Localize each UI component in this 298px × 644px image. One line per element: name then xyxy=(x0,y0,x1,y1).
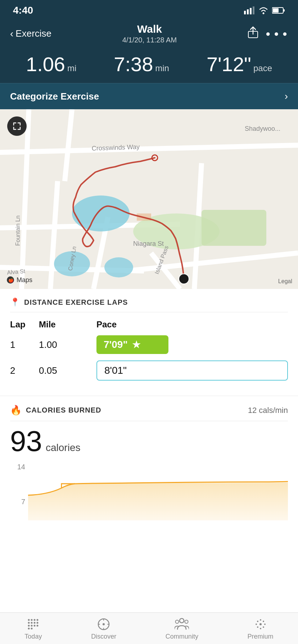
categorize-banner[interactable]: Categorize Exercise › xyxy=(0,83,298,109)
workout-date: 4/1/20, 11:28 AM xyxy=(122,36,177,44)
chart-y-labels: 14 7 xyxy=(10,463,28,506)
premium-icon xyxy=(254,618,267,631)
lap-row-2: 2 0.05 8'01" xyxy=(10,360,288,381)
svg-point-61 xyxy=(257,621,258,622)
laps-section-title: DISTANCE EXERCISE LAPS xyxy=(24,298,128,307)
svg-point-24 xyxy=(104,257,133,277)
bottom-spacer xyxy=(0,520,298,564)
svg-point-60 xyxy=(260,628,261,629)
chart-label-high: 14 xyxy=(17,463,25,471)
flame-icon: 🔥 xyxy=(10,405,22,416)
calories-section: 🔥 CALORIES BURNED 12 cals/min 93 calorie… xyxy=(0,396,298,520)
svg-point-58 xyxy=(264,624,266,625)
lap-column-header: Lap xyxy=(10,319,39,330)
svg-rect-21 xyxy=(202,210,266,246)
maps-logo: 🍎 Maps xyxy=(6,276,32,284)
community-label: Community xyxy=(166,633,198,640)
calories-section-title: CALORIES BURNED xyxy=(26,406,101,414)
svg-point-44 xyxy=(37,622,39,624)
svg-rect-3 xyxy=(253,6,254,14)
nav-today[interactable]: Today xyxy=(24,618,42,640)
map-expand-button[interactable] xyxy=(7,116,27,136)
best-pace-badge: 7'09" ★ xyxy=(96,335,168,354)
lap-number-2: 2 xyxy=(10,365,39,376)
calories-count: 93 xyxy=(10,427,42,456)
maps-label: Maps xyxy=(17,276,32,284)
svg-rect-2 xyxy=(250,8,252,14)
pace-unit: pace xyxy=(253,63,272,73)
laps-section: 📍 DISTANCE EXERCISE LAPS Lap Mile Pace 1… xyxy=(0,289,298,396)
pace-value: 7'12" xyxy=(207,53,251,75)
nav-actions: ● ● ● xyxy=(248,26,288,41)
lap-pace-1: 7'09" ★ xyxy=(96,335,288,354)
svg-point-45 xyxy=(28,625,30,627)
community-icon xyxy=(175,618,189,631)
best-pace-value: 7'09" xyxy=(104,339,128,350)
svg-text:Shadywoo...: Shadywoo... xyxy=(245,125,280,132)
stats-row: 1.06mi 7:38min 7'12"pace xyxy=(0,51,298,83)
status-time: 4:40 xyxy=(13,5,33,16)
svg-point-4 xyxy=(263,13,265,14)
calories-header: 🔥 CALORIES BURNED 12 cals/min xyxy=(10,405,288,421)
lap-number-1: 1 xyxy=(10,339,39,350)
discover-icon xyxy=(97,618,110,631)
share-button[interactable] xyxy=(248,26,258,41)
svg-point-40 xyxy=(34,619,36,621)
today-icon xyxy=(27,618,40,631)
duration-value: 7:38 xyxy=(114,53,153,75)
duration-stat: 7:38min xyxy=(114,54,169,74)
chart-label-low: 7 xyxy=(21,498,25,506)
battery-icon xyxy=(272,7,285,14)
laps-section-header: 📍 DISTANCE EXERCISE LAPS xyxy=(10,298,288,312)
pace-stat: 7'12"pace xyxy=(207,54,272,74)
svg-point-55 xyxy=(176,620,179,624)
lap-mile-2: 0.05 xyxy=(39,365,96,376)
svg-point-43 xyxy=(34,622,36,624)
laps-table-header: Lap Mile Pace xyxy=(10,319,288,330)
map-container[interactable]: Crosswinds Way Fountain Ln Alva St Coney… xyxy=(0,109,298,289)
svg-point-50 xyxy=(31,628,33,630)
svg-point-46 xyxy=(31,625,33,627)
normal-pace-value: 8'01" xyxy=(96,360,288,381)
categorize-label: Categorize Exercise xyxy=(10,91,99,102)
nav-title-block: Walk 4/1/20, 11:28 AM xyxy=(122,23,177,44)
more-options-button[interactable]: ● ● ● xyxy=(266,29,288,38)
back-chevron-icon: ‹ xyxy=(10,28,13,40)
signal-icon xyxy=(244,6,255,14)
svg-point-48 xyxy=(37,625,39,627)
nav-premium[interactable]: Premium xyxy=(248,618,274,640)
status-icons xyxy=(244,6,285,14)
bottom-nav: Today Discover Community xyxy=(0,612,298,644)
svg-point-62 xyxy=(263,621,264,622)
svg-point-41 xyxy=(28,622,30,624)
svg-point-64 xyxy=(263,626,264,628)
premium-label: Premium xyxy=(248,633,274,640)
nav-community[interactable]: Community xyxy=(166,618,198,640)
discover-label: Discover xyxy=(91,633,116,640)
location-pin-icon: 📍 xyxy=(10,298,20,307)
status-bar: 4:40 xyxy=(0,0,298,19)
mile-column-header: Mile xyxy=(39,319,96,330)
svg-point-42 xyxy=(31,622,33,624)
svg-point-59 xyxy=(260,619,261,621)
svg-point-65 xyxy=(259,623,262,625)
workout-title: Walk xyxy=(122,23,177,35)
nav-header: ‹ Exercise Walk 4/1/20, 11:28 AM ● ● ● xyxy=(0,19,298,51)
legal-link[interactable]: Legal xyxy=(278,278,292,285)
svg-point-56 xyxy=(185,620,188,624)
route-map: Crosswinds Way Fountain Ln Alva St Coney… xyxy=(0,109,298,289)
calories-header-left: 🔥 CALORIES BURNED xyxy=(10,405,101,416)
svg-point-53 xyxy=(103,623,105,625)
lap-pace-2: 8'01" xyxy=(96,360,288,381)
distance-value: 1.06 xyxy=(26,53,65,75)
back-button[interactable]: ‹ Exercise xyxy=(10,28,51,40)
nav-discover[interactable]: Discover xyxy=(91,618,116,640)
svg-point-47 xyxy=(34,625,36,627)
svg-point-49 xyxy=(28,628,30,630)
pace-column-header: Pace xyxy=(96,319,288,330)
star-icon: ★ xyxy=(132,339,140,350)
laps-table: Lap Mile Pace 1 1.00 7'09" ★ 2 0.05 8'01… xyxy=(10,319,288,381)
duration-unit: min xyxy=(155,63,169,73)
svg-rect-1 xyxy=(247,9,249,14)
distance-unit: mi xyxy=(67,63,76,73)
